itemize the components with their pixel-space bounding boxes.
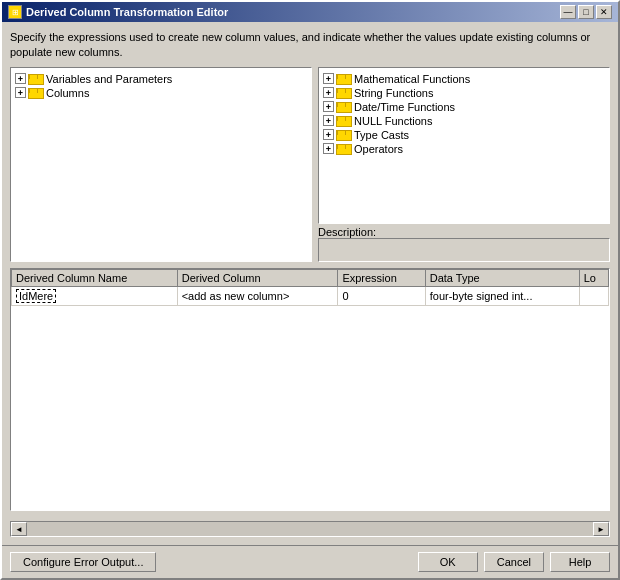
table-container[interactable]: Derived Column Name Derived Column Expre… <box>10 268 610 511</box>
variables-label: Variables and Parameters <box>46 73 172 85</box>
right-panel[interactable]: + Mathematical Functions + String Functi… <box>318 67 610 224</box>
cell-lo <box>579 286 608 305</box>
help-button[interactable]: Help <box>550 552 610 572</box>
scroll-left-btn[interactable]: ◄ <box>11 522 27 536</box>
maximize-button[interactable]: □ <box>578 5 594 19</box>
string-functions-item[interactable]: + String Functions <box>323 86 605 100</box>
description-section: Description: <box>318 226 610 262</box>
window-icon: ⊞ <box>8 5 22 19</box>
configure-error-output-button[interactable]: Configure Error Output... <box>10 552 156 572</box>
scroll-track[interactable] <box>27 522 593 536</box>
minimize-button[interactable]: — <box>560 5 576 19</box>
left-panel[interactable]: + Variables and Parameters + Columns <box>10 67 312 262</box>
expand-typecasts-btn[interactable]: + <box>323 129 334 140</box>
columns-item[interactable]: + Columns <box>15 86 307 100</box>
horizontal-scrollbar[interactable]: ◄ ► <box>10 521 610 537</box>
right-panel-wrapper: + Mathematical Functions + String Functi… <box>318 67 610 262</box>
col-header-derived-column-name: Derived Column Name <box>12 269 178 286</box>
datetime-folder-icon <box>336 101 352 113</box>
cell-data-type: four-byte signed int... <box>425 286 579 305</box>
ok-button[interactable]: OK <box>418 552 478 572</box>
operators-folder-icon <box>336 143 352 155</box>
operators-item[interactable]: + Operators <box>323 142 605 156</box>
data-table: Derived Column Name Derived Column Expre… <box>11 269 609 306</box>
math-functions-label: Mathematical Functions <box>354 73 470 85</box>
variables-parameters-item[interactable]: + Variables and Parameters <box>15 72 307 86</box>
expand-null-btn[interactable]: + <box>323 115 334 126</box>
columns-folder-icon <box>28 87 44 99</box>
expand-math-btn[interactable]: + <box>323 73 334 84</box>
footer-right-buttons: OK Cancel Help <box>418 552 610 572</box>
expand-string-btn[interactable]: + <box>323 87 334 98</box>
columns-label: Columns <box>46 87 89 99</box>
cell-derived-column[interactable]: <add as new column> <box>177 286 338 305</box>
description-box <box>318 238 610 262</box>
datetime-functions-label: Date/Time Functions <box>354 101 455 113</box>
expand-columns-btn[interactable]: + <box>15 87 26 98</box>
table-section: Derived Column Name Derived Column Expre… <box>10 268 610 511</box>
null-folder-icon <box>336 115 352 127</box>
col-header-expression: Expression <box>338 269 425 286</box>
expand-variables-btn[interactable]: + <box>15 73 26 84</box>
expand-datetime-btn[interactable]: + <box>323 101 334 112</box>
title-bar: ⊞ Derived Column Transformation Editor —… <box>2 2 618 22</box>
operators-label: Operators <box>354 143 403 155</box>
type-casts-item[interactable]: + Type Casts <box>323 128 605 142</box>
footer: Configure Error Output... OK Cancel Help <box>2 545 618 578</box>
scroll-right-btn[interactable]: ► <box>593 522 609 536</box>
col-header-lo: Lo <box>579 269 608 286</box>
cancel-button[interactable]: Cancel <box>484 552 544 572</box>
null-functions-item[interactable]: + NULL Functions <box>323 114 605 128</box>
expand-operators-btn[interactable]: + <box>323 143 334 154</box>
description-label: Description: <box>318 226 376 238</box>
variables-folder-icon <box>28 73 44 85</box>
col-header-data-type: Data Type <box>425 269 579 286</box>
description-text: Specify the expressions used to create n… <box>10 30 610 61</box>
math-functions-item[interactable]: + Mathematical Functions <box>323 72 605 86</box>
type-casts-label: Type Casts <box>354 129 409 141</box>
table-row[interactable]: IdMere <add as new column> 0 four-byte s… <box>12 286 609 305</box>
string-functions-label: String Functions <box>354 87 433 99</box>
typecasts-folder-icon <box>336 129 352 141</box>
title-buttons: — □ ✕ <box>560 5 612 19</box>
column-name-value: IdMere <box>16 289 56 303</box>
main-window: ⊞ Derived Column Transformation Editor —… <box>0 0 620 580</box>
datetime-functions-item[interactable]: + Date/Time Functions <box>323 100 605 114</box>
string-folder-icon <box>336 87 352 99</box>
content-area: Specify the expressions used to create n… <box>2 22 618 545</box>
panels-row: + Variables and Parameters + Columns + M… <box>10 67 610 262</box>
col-header-derived-column: Derived Column <box>177 269 338 286</box>
cell-expression[interactable]: 0 <box>338 286 425 305</box>
close-button[interactable]: ✕ <box>596 5 612 19</box>
window-title: Derived Column Transformation Editor <box>26 6 228 18</box>
math-folder-icon <box>336 73 352 85</box>
cell-derived-column-name[interactable]: IdMere <box>12 286 178 305</box>
table-header-row: Derived Column Name Derived Column Expre… <box>12 269 609 286</box>
null-functions-label: NULL Functions <box>354 115 432 127</box>
title-bar-left: ⊞ Derived Column Transformation Editor <box>8 5 228 19</box>
